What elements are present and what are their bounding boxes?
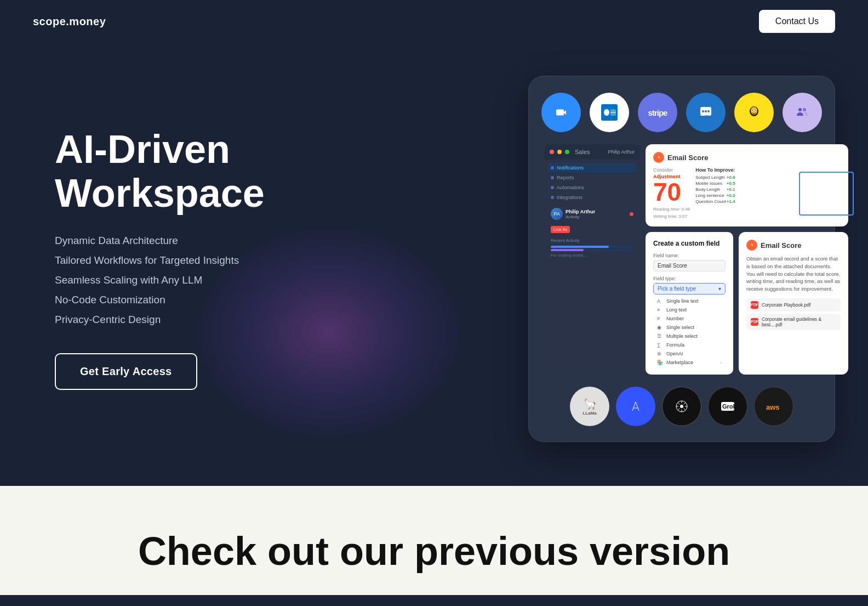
- svg-text:Grok: Grok: [722, 403, 735, 410]
- type-single-select[interactable]: ◉ Single select: [653, 323, 726, 332]
- svg-point-8: [705, 110, 707, 112]
- detail-header: Email Score: [746, 240, 841, 251]
- panel-body: Notifications Reports Automations I: [544, 160, 640, 262]
- score-title: Email Score: [667, 154, 708, 162]
- workspace-card: stripe Sales Philip Arthur: [528, 76, 835, 442]
- nav-integrations[interactable]: Integrations: [547, 192, 637, 202]
- grok-icon: Grok: [708, 387, 747, 426]
- feature-5: Privacy-Centric Design: [55, 314, 265, 326]
- type-formula[interactable]: ∑ Formula: [653, 341, 726, 349]
- detail-title: Email Score: [761, 241, 801, 250]
- logo: scope.money: [33, 15, 106, 28]
- panel-header: Sales Philip Arthur: [544, 144, 640, 160]
- doc-icon-1: PDF: [751, 301, 758, 309]
- type-openai[interactable]: ⊕ OpenAI: [653, 349, 726, 358]
- stripe-icon: stripe: [638, 93, 677, 132]
- card-content: Sales Philip Arthur Notifications Report…: [544, 144, 819, 375]
- feature-1: Dynamic Data Architecture: [55, 235, 265, 247]
- dot-green: [565, 150, 569, 154]
- email-score-header: Email Score: [653, 152, 841, 163]
- doc-row-2[interactable]: PDF Corporate email guidelines & best...…: [746, 314, 841, 330]
- feature-4: No-Code Customization: [55, 294, 265, 306]
- detail-body: Obtain an email record and a score that …: [746, 255, 841, 293]
- llama-icon: 🦙 LLaMa: [570, 387, 609, 426]
- dot-red: [550, 150, 554, 154]
- dot-yellow: [557, 150, 562, 154]
- svg-point-24: [680, 405, 683, 408]
- type-single-line[interactable]: A Single line text: [653, 297, 726, 305]
- svg-rect-17: [792, 103, 812, 122]
- type-multi-select[interactable]: ☰ Multiple select: [653, 332, 726, 341]
- feature-3: Seamless Scaling with Any LLM: [55, 274, 265, 286]
- anthropic-icon: [616, 387, 655, 426]
- bottom-row: Create a custom field Field name: Email …: [646, 232, 848, 375]
- custom-field-modal: Create a custom field Field name: Email …: [646, 232, 733, 375]
- nav-notifications[interactable]: Notifications: [547, 163, 637, 173]
- hero-section: AI-Driven Workspace Dynamic Data Archite…: [0, 43, 868, 486]
- score-icon: [653, 152, 664, 163]
- svg-point-3: [604, 109, 609, 116]
- hero-features: Dynamic Data Architecture Tailored Workf…: [55, 235, 265, 326]
- navbar: scope.money Contact Us: [0, 0, 868, 43]
- bottom-heading: Check out our previous version: [33, 530, 835, 573]
- svg-point-18: [798, 108, 802, 111]
- bottom-icon-row: 🦙 LLaMa Grok aws: [544, 387, 819, 426]
- email-score-card: Email Score Consider Adjustment 70 Readi…: [646, 144, 848, 226]
- person-row: PA Philip Arthur Activity: [547, 206, 637, 222]
- hero-left: AI-Driven Workspace Dynamic Data Archite…: [55, 128, 265, 389]
- detail-icon: [746, 240, 757, 251]
- svg-point-16: [755, 110, 756, 111]
- type-number[interactable]: # Number: [653, 314, 726, 323]
- bottom-section: Check out our previous version: [0, 486, 868, 595]
- top-icon-row: stripe: [544, 93, 819, 132]
- contact-button[interactable]: Contact Us: [759, 10, 835, 33]
- openai-icon: [662, 387, 701, 426]
- field-name-input[interactable]: Email Score: [653, 260, 726, 271]
- modal-title: Create a custom field: [653, 240, 726, 247]
- right-panels: Email Score Consider Adjustment 70 Readi…: [646, 144, 848, 375]
- svg-point-22: [626, 397, 646, 416]
- type-long-text[interactable]: ≡ Long text: [653, 305, 726, 314]
- doc-icon-2: PDF: [751, 318, 758, 326]
- panel-title: Sales: [575, 149, 590, 155]
- aws-icon: aws: [754, 387, 793, 426]
- svg-point-7: [702, 110, 704, 112]
- zoom-icon: [541, 93, 581, 132]
- early-access-button[interactable]: Get Early Access: [55, 353, 197, 390]
- field-type-dropdown[interactable]: Pick a field type ▾: [653, 283, 726, 294]
- type-marketplace[interactable]: 🏪 Marketplace ›: [653, 358, 726, 367]
- outlook-icon: [590, 93, 629, 132]
- svg-point-9: [707, 110, 710, 112]
- svg-point-15: [752, 110, 753, 111]
- feature-2: Tailored Workflows for Targeted Insights: [55, 254, 265, 267]
- hero-title: AI-Driven Workspace: [55, 128, 265, 214]
- svg-text:aws: aws: [766, 403, 780, 411]
- mailchimp-icon: [734, 93, 774, 132]
- score-body: Consider Adjustment 70 Reading time: 0:4…: [653, 167, 841, 219]
- nav-automations[interactable]: Automations: [547, 183, 637, 192]
- sidebar-nav: Notifications Reports Automations I: [547, 163, 637, 202]
- avatar: PA: [551, 208, 563, 220]
- teams-icon: [783, 93, 822, 132]
- doc-row-1[interactable]: PDF Corporate Playbook.pdf: [746, 298, 841, 312]
- left-panel: Sales Philip Arthur Notifications Report…: [544, 144, 640, 375]
- intercom-icon: [686, 93, 726, 132]
- nav-reports[interactable]: Reports: [547, 173, 637, 183]
- svg-point-19: [803, 108, 806, 111]
- email-detail-card: Email Score Obtain an email record and a…: [739, 232, 848, 375]
